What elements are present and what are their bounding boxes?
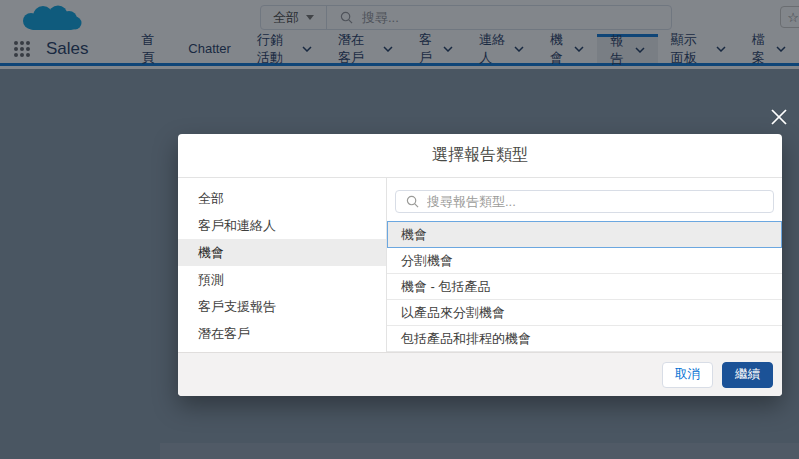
report-type-search (395, 190, 774, 213)
dialog-body: 全部 客戶和連絡人 機會 預測 客戶支援報告 潛在客戶 (178, 178, 782, 352)
dialog-footer: 取消 繼續 (178, 352, 782, 396)
dialog-title: 選擇報告類型 (178, 134, 782, 178)
report-type-opportunities[interactable]: 機會 (387, 221, 782, 248)
report-type-split-by-product[interactable]: 以產品來分割機會 (387, 300, 782, 326)
close-icon (770, 108, 788, 126)
category-accounts-contacts[interactable]: 客戶和連絡人 (178, 212, 386, 239)
category-support-reports[interactable]: 客戶支援報告 (178, 293, 386, 320)
category-all[interactable]: 全部 (178, 185, 386, 212)
screen: 全部 ☆ Sales 首頁 Chatter (0, 0, 799, 459)
category-opportunities[interactable]: 機會 (178, 239, 386, 266)
continue-button[interactable]: 繼續 (722, 362, 773, 388)
choose-report-type-dialog: 選擇報告類型 全部 客戶和連絡人 機會 預測 客戶支援報告 (178, 134, 782, 396)
cancel-button[interactable]: 取消 (662, 362, 713, 388)
report-type-search-input[interactable] (427, 194, 763, 209)
report-type-products-and-schedules[interactable]: 包括產品和排程的機會 (387, 326, 782, 352)
report-type-panel: 機會 分割機會 機會 - 包括產品 以產品來分割機會 包括產品和排程的機會 (387, 178, 782, 352)
report-category-list: 全部 客戶和連絡人 機會 預測 客戶支援報告 潛在客戶 (178, 178, 387, 352)
report-type-opportunity-splits[interactable]: 分割機會 (387, 248, 782, 274)
close-button[interactable] (766, 104, 792, 130)
category-forecasts[interactable]: 預測 (178, 266, 386, 293)
search-icon (406, 195, 419, 208)
report-type-opportunities-with-products[interactable]: 機會 - 包括產品 (387, 274, 782, 300)
category-leads[interactable]: 潛在客戶 (178, 320, 386, 347)
